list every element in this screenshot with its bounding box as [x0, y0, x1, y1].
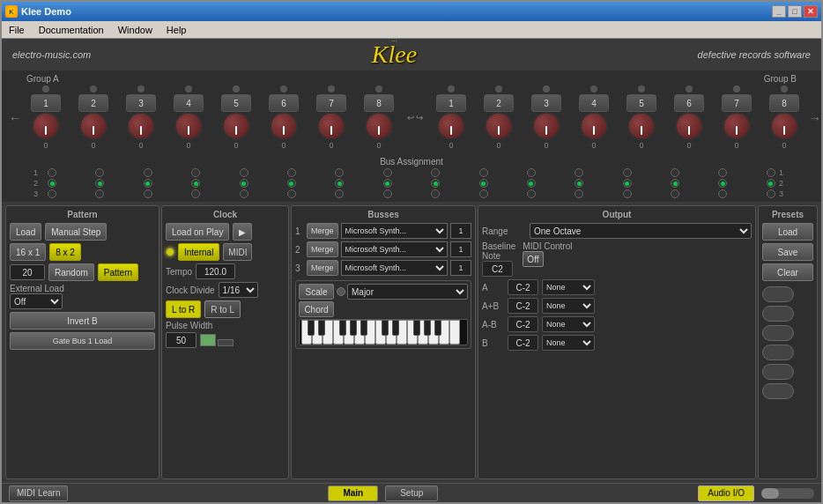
- external-load-select[interactable]: Off: [10, 293, 63, 309]
- internal-button[interactable]: Internal: [178, 243, 219, 261]
- random-button[interactable]: Random: [48, 263, 94, 281]
- step-btn-b7[interactable]: 7: [722, 94, 752, 112]
- key-gs[interactable]: [350, 320, 357, 336]
- l-to-r-button[interactable]: L to R: [166, 300, 201, 318]
- manual-step-button[interactable]: Manual Step: [45, 223, 107, 241]
- key-ds[interactable]: [318, 320, 325, 336]
- bus-r2-5[interactable]: [240, 179, 248, 188]
- bus-r2-9[interactable]: [431, 179, 440, 188]
- knob-b8[interactable]: [770, 112, 798, 140]
- bus-r1-1[interactable]: [48, 168, 56, 177]
- preset-slot-2[interactable]: [762, 306, 794, 322]
- bus-r3-6[interactable]: [287, 189, 296, 198]
- step-btn-a7[interactable]: 7: [316, 94, 346, 112]
- menu-file[interactable]: File: [5, 23, 28, 37]
- midi-control-off-button[interactable]: Off: [523, 251, 543, 267]
- output-b-control[interactable]: None: [542, 335, 595, 351]
- pattern-button[interactable]: Pattern: [98, 263, 138, 281]
- key-cs2[interactable]: [382, 320, 389, 336]
- preset-slot-4[interactable]: [762, 345, 794, 360]
- synth-select-3[interactable]: Microsoft Synth...: [341, 260, 448, 276]
- channel-2[interactable]: [450, 241, 471, 257]
- scale-select[interactable]: Major: [347, 284, 468, 300]
- size-16x1-button[interactable]: 16 x 1: [10, 243, 46, 261]
- bus-r1-7[interactable]: [335, 168, 344, 177]
- bus-r2-12[interactable]: [575, 179, 583, 188]
- maximize-button[interactable]: □: [788, 5, 802, 18]
- arrow-left-a[interactable]: ←: [9, 111, 21, 125]
- knob-a2[interactable]: [79, 112, 108, 140]
- synth-select-2[interactable]: Microsoft Synth...: [341, 241, 448, 257]
- preset-slot-5[interactable]: [762, 364, 794, 380]
- key-as2[interactable]: [434, 320, 441, 336]
- knob-a7[interactable]: [317, 112, 345, 140]
- knob-a6[interactable]: [270, 112, 298, 140]
- channel-3[interactable]: [450, 260, 471, 276]
- knob-a3[interactable]: [127, 112, 155, 140]
- setup-tab-button[interactable]: Setup: [385, 485, 438, 501]
- bus-r1-3[interactable]: [144, 168, 152, 177]
- step-btn-a3[interactable]: 3: [126, 94, 156, 112]
- bus-r1-16[interactable]: [767, 168, 775, 177]
- bus-r2-13[interactable]: [623, 179, 632, 188]
- main-tab-button[interactable]: Main: [328, 485, 378, 501]
- preset-slot-3[interactable]: [762, 325, 794, 341]
- r-to-l-button[interactable]: R to L: [204, 300, 241, 318]
- step-btn-b3[interactable]: 3: [531, 94, 561, 112]
- merge-btn-3[interactable]: Merge: [307, 260, 338, 276]
- pattern-load-button[interactable]: Load: [10, 223, 41, 241]
- menu-documentation[interactable]: Documentation: [35, 23, 108, 37]
- step-btn-b8[interactable]: 8: [769, 94, 799, 112]
- bus-r1-15[interactable]: [718, 168, 727, 177]
- bus-r1-5[interactable]: [240, 168, 248, 177]
- key-c3[interactable]: [449, 320, 460, 345]
- step-btn-a8[interactable]: 8: [364, 94, 394, 112]
- bus-r3-16[interactable]: [767, 189, 775, 198]
- step-btn-b4[interactable]: 4: [579, 94, 609, 112]
- preset-slot-6[interactable]: [762, 383, 794, 399]
- step-btn-a6[interactable]: 6: [269, 94, 299, 112]
- bus-r1-6[interactable]: [287, 168, 296, 177]
- chord-button[interactable]: Chord: [299, 301, 334, 317]
- merge-btn-2[interactable]: Merge: [307, 241, 338, 257]
- arrow-right-b[interactable]: →: [809, 111, 821, 125]
- knob-b7[interactable]: [723, 112, 751, 140]
- key-cs[interactable]: [308, 320, 315, 336]
- step-btn-b5[interactable]: 5: [627, 94, 656, 112]
- step-btn-b6[interactable]: 6: [674, 94, 704, 112]
- bus-r3-8[interactable]: [383, 189, 392, 198]
- play-button[interactable]: ▶: [233, 223, 252, 241]
- knob-a5[interactable]: [222, 112, 250, 140]
- step-btn-a5[interactable]: 5: [221, 94, 251, 112]
- bus-r1-8[interactable]: [383, 168, 392, 177]
- bus-r2-3[interactable]: [144, 179, 152, 188]
- bus-r2-10[interactable]: [479, 179, 488, 188]
- knob-a8[interactable]: [365, 112, 393, 140]
- menu-window[interactable]: Window: [115, 23, 156, 37]
- range-select[interactable]: One Octave: [530, 223, 752, 239]
- bus-r3-12[interactable]: [575, 189, 583, 198]
- key-ds2[interactable]: [392, 320, 399, 336]
- bus-r2-15[interactable]: [718, 179, 727, 188]
- key-gs2[interactable]: [424, 320, 431, 336]
- scrollbar[interactable]: [761, 488, 814, 499]
- bus-r3-3[interactable]: [144, 189, 152, 198]
- midi-button[interactable]: MIDI: [223, 243, 252, 261]
- bus-r1-14[interactable]: [671, 168, 679, 177]
- tempo-input[interactable]: [196, 263, 235, 279]
- knob-b4[interactable]: [580, 112, 608, 140]
- step-btn-b1[interactable]: 1: [436, 94, 466, 112]
- scale-button[interactable]: Scale: [299, 284, 334, 300]
- bus-r2-8[interactable]: [383, 179, 392, 188]
- bus-r3-2[interactable]: [95, 189, 104, 198]
- bus-r3-14[interactable]: [671, 189, 679, 198]
- bus-r3-4[interactable]: [191, 189, 200, 198]
- key-as[interactable]: [360, 320, 367, 336]
- menu-help[interactable]: Help: [163, 23, 190, 37]
- knob-b3[interactable]: [532, 112, 560, 140]
- step-btn-a4[interactable]: 4: [174, 94, 204, 112]
- bus-r2-11[interactable]: [527, 179, 536, 188]
- presets-clear-button[interactable]: Clear: [762, 263, 813, 281]
- pattern-count-input[interactable]: [10, 264, 45, 280]
- close-button[interactable]: ✕: [804, 5, 818, 18]
